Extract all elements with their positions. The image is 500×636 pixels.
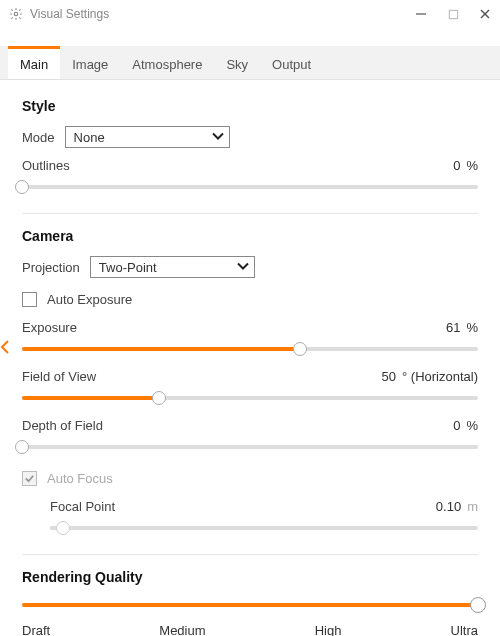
fov-label: Field of View <box>22 369 96 384</box>
mode-label: Mode <box>22 130 55 145</box>
section-heading-style: Style <box>22 98 478 114</box>
focal-point-track <box>50 520 478 536</box>
dof-slider: Depth of Field 0 % <box>22 418 478 455</box>
app-icon <box>8 6 24 22</box>
tab-label: Image <box>72 57 108 72</box>
window-title: Visual Settings <box>30 7 414 21</box>
auto-focus-label: Auto Focus <box>47 471 113 486</box>
dof-label: Depth of Field <box>22 418 103 433</box>
section-heading-rendering-quality: Rendering Quality <box>22 569 478 585</box>
fov-unit: ° (Horizontal) <box>402 369 478 384</box>
titlebar: Visual Settings <box>0 0 500 28</box>
focal-point-unit: m <box>467 499 478 514</box>
projection-row: Projection Two-Point <box>22 256 478 278</box>
tab-label: Atmosphere <box>132 57 202 72</box>
tab-output[interactable]: Output <box>260 46 323 79</box>
maximize-button[interactable] <box>446 7 460 21</box>
svg-point-0 <box>14 12 18 16</box>
chevron-down-icon <box>211 130 225 145</box>
dof-value: 0 <box>453 418 460 433</box>
tab-label: Main <box>20 57 48 72</box>
minimize-button[interactable] <box>414 7 428 21</box>
outlines-unit: % <box>466 158 478 173</box>
tab-label: Output <box>272 57 311 72</box>
auto-focus-checkbox[interactable] <box>22 471 37 486</box>
outlines-track[interactable] <box>22 179 478 195</box>
exposure-label: Exposure <box>22 320 77 335</box>
exposure-unit: % <box>466 320 478 335</box>
slider-thumb[interactable] <box>15 440 29 454</box>
auto-exposure-label: Auto Exposure <box>47 292 132 307</box>
rendering-quality-labels: Draft Medium High Ultra <box>22 623 478 636</box>
close-button[interactable] <box>478 7 492 21</box>
section-heading-camera: Camera <box>22 228 478 244</box>
focal-point-label: Focal Point <box>50 499 115 514</box>
outlines-label: Outlines <box>22 158 70 173</box>
auto-focus-row: Auto Focus <box>22 467 478 489</box>
outlines-slider: Outlines 0 % <box>22 158 478 195</box>
rq-label-medium: Medium <box>159 623 205 636</box>
outlines-value: 0 <box>453 158 460 173</box>
tab-main[interactable]: Main <box>8 46 60 79</box>
svg-rect-2 <box>449 10 457 18</box>
slider-thumb <box>56 521 70 535</box>
projection-value: Two-Point <box>99 260 157 275</box>
tab-image[interactable]: Image <box>60 46 120 79</box>
mode-value: None <box>74 130 105 145</box>
focal-point-slider: Focal Point 0.10 m <box>22 499 478 536</box>
slider-thumb[interactable] <box>293 342 307 356</box>
slider-thumb[interactable] <box>15 180 29 194</box>
dof-track[interactable] <box>22 439 478 455</box>
divider <box>22 554 478 555</box>
auto-exposure-checkbox[interactable] <box>22 292 37 307</box>
rq-label-draft: Draft <box>22 623 50 636</box>
mode-select[interactable]: None <box>65 126 230 148</box>
fov-value: 50 <box>382 369 396 384</box>
projection-label: Projection <box>22 260 80 275</box>
slider-thumb[interactable] <box>470 597 486 613</box>
tabs: Main Image Atmosphere Sky Output <box>0 46 500 80</box>
panel-main: Style Mode None Outlines 0 % Camera Proj… <box>0 80 500 636</box>
focal-point-value: 0.10 <box>436 499 461 514</box>
tab-label: Sky <box>226 57 248 72</box>
exposure-value: 61 <box>446 320 460 335</box>
rq-label-high: High <box>315 623 342 636</box>
tab-sky[interactable]: Sky <box>214 46 260 79</box>
fov-slider: Field of View 50 ° (Horizontal) <box>22 369 478 406</box>
rq-label-ultra: Ultra <box>451 623 478 636</box>
projection-select[interactable]: Two-Point <box>90 256 255 278</box>
dof-unit: % <box>466 418 478 433</box>
fov-track[interactable] <box>22 390 478 406</box>
divider <box>22 213 478 214</box>
tab-atmosphere[interactable]: Atmosphere <box>120 46 214 79</box>
slider-thumb[interactable] <box>152 391 166 405</box>
mode-row: Mode None <box>22 126 478 148</box>
rendering-quality-slider[interactable] <box>22 597 478 613</box>
auto-exposure-row: Auto Exposure <box>22 288 478 310</box>
exposure-slider: Exposure 61 % <box>22 320 478 357</box>
chevron-down-icon <box>236 260 250 275</box>
exposure-track[interactable] <box>22 341 478 357</box>
window-controls <box>414 7 492 21</box>
